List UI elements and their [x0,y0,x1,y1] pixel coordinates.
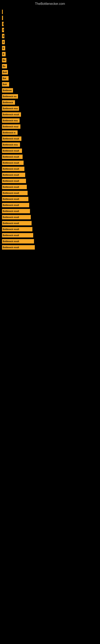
bar-label: Bottleneck result [3,162,19,164]
bar-row: Bottleneck result [2,160,98,165]
bar: E [2,46,5,50]
bar: Bott [2,82,9,86]
bar-label: Bottleneck result [3,192,19,194]
bar-row: Bottleneck res [2,94,98,98]
bar: B [2,34,4,38]
bar-row: Bottleneck result [2,239,98,244]
bar [2,16,3,20]
bar-label: E [3,41,4,43]
bar-row: F [2,28,98,32]
bar-row: Bottleneck result [2,191,98,195]
bar: Bottleneck result [2,154,23,159]
bar: Bottleneck result [2,179,26,183]
bar-row: Bottleneck result [2,233,98,238]
bar-label: Bottleneck resu [3,144,18,146]
bar: Bottleneck resu [2,118,20,123]
bar: B [2,52,6,56]
bar-row: Bottleneck resu [2,106,98,111]
bar-row [2,10,98,14]
bar-row: Bottleneck result [2,245,98,250]
bar: Bottleneck result [2,221,32,226]
site-title: TheBottlenecker.com [0,0,100,7]
bar-row: Bo [2,64,98,68]
bar: Bottleneck re [2,130,18,135]
bar-label: Bottlenec [3,89,12,92]
bar: E [2,40,5,44]
bar-row: Bottleneck result [2,227,98,232]
bar: Bottleneck [2,100,15,105]
bar-row: B [2,52,98,56]
bar: F [2,28,4,32]
bar-row: Bottleneck re [2,130,98,135]
bar-row: Bottleneck result [2,185,98,189]
bars-container: EFBEEBBoBoBottBotBottBottlenecBottleneck… [0,7,100,254]
bar: Bottleneck result [2,245,35,250]
bar-row: Bottleneck result [2,136,98,141]
bar-label: Bottleneck result [3,150,19,152]
bar: Bottleneck result [2,233,33,238]
bar: Bottleneck result [2,227,32,232]
bar-row: Bottleneck result [2,209,98,213]
bar: Bottleneck resul [2,124,20,129]
bar: Bot [2,76,9,80]
bar [2,10,3,14]
bar: Bo [2,64,7,68]
bar-label: Bottleneck result [3,114,19,116]
bar-label: E [3,23,3,25]
bar-label: F [3,29,4,31]
bar-row: Bottleneck result [2,221,98,226]
bar-label: Bottleneck result [3,138,19,140]
bar-row: Bot [2,76,98,80]
bar: Bottleneck result [2,239,34,244]
bar-row: Bottleneck result [2,197,98,201]
bar: Bottleneck result [2,167,24,171]
bar: Bott [2,70,8,74]
bar-label: Bottleneck result [3,222,19,224]
bar: Bottleneck result [2,112,21,117]
bar-row: Bottleneck result [2,112,98,117]
bar-label: Bottleneck result [3,216,19,218]
bar: Bottleneck result [2,148,22,153]
bar-label: Bottleneck res [3,96,17,98]
bar-label: Bottleneck result [3,246,19,248]
bar-row: Bottleneck result [2,203,98,207]
bar-row: E [2,46,98,50]
bar-label: Bottleneck result [3,234,19,236]
bar-label: Bottleneck result [3,186,19,188]
bar-label: B [3,53,4,55]
bar-label: Bottleneck result [3,168,19,170]
bar-row [2,16,98,20]
bar: Bottleneck resu [2,106,19,111]
bar: Bottleneck result [2,191,28,195]
bar-row: Bottleneck resul [2,124,98,129]
bar: Bottleneck result [2,160,24,165]
bar: Bottleneck res [2,94,18,98]
bar-row: Bottleneck result [2,148,98,153]
bar-row: Bott [2,70,98,74]
bar: Bottleneck result [2,209,30,213]
bar-label: Bottleneck result [3,228,19,230]
bar-row: Bottlenec [2,88,98,92]
bar-row: Bottleneck result [2,167,98,171]
bar: Bottleneck result [2,215,31,219]
bar-row: E [2,22,98,26]
bar-label: Bottleneck resu [3,120,18,122]
bar-label: Bo [3,65,5,68]
bar-label: Bo [3,59,5,62]
bar-label: Bottleneck result [3,180,19,182]
bar-row: Bottleneck [2,100,98,105]
bar-label: Bottleneck result [3,198,19,200]
bar-row: Bo [2,58,98,62]
bar-label: B [3,35,4,37]
bar: Bottleneck result [2,197,28,201]
bar-label: Bottleneck resul [3,126,18,128]
bar-label: Bottleneck resu [3,108,18,110]
bar-row: Bottleneck resu [2,118,98,123]
bar: E [2,22,3,26]
bar: Bottleneck resu [2,142,20,147]
bar: Bo [2,58,6,62]
bar-row: Bottleneck resu [2,142,98,147]
bar-row: Bottleneck result [2,179,98,183]
bar-label: E [3,47,4,49]
bar-row: Bottleneck result [2,154,98,159]
